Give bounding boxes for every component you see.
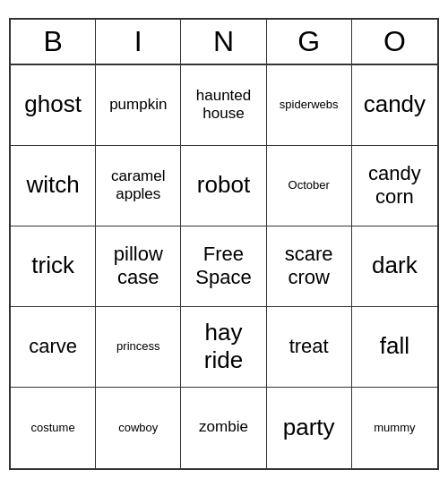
cell-text: zombie bbox=[199, 418, 248, 436]
cell-r2-c2: Free Space bbox=[181, 226, 266, 307]
cell-text: dark bbox=[372, 252, 418, 279]
cell-text: fall bbox=[380, 332, 409, 360]
cell-r4-c3: party bbox=[267, 388, 352, 468]
cell-text: pumpkin bbox=[109, 96, 167, 114]
cell-r3-c2: hay ride bbox=[181, 307, 266, 388]
cell-r1-c3: October bbox=[267, 146, 352, 226]
cell-text: trick bbox=[31, 252, 74, 279]
cell-text: haunted house bbox=[196, 87, 251, 124]
cell-r0-c4: candy bbox=[352, 65, 437, 146]
cell-r2-c4: dark bbox=[352, 226, 437, 307]
cell-r1-c1: caramel apples bbox=[96, 146, 181, 226]
cell-text: Free Space bbox=[195, 243, 251, 290]
cell-text: party bbox=[283, 414, 335, 441]
cell-text: pillow case bbox=[114, 243, 163, 290]
cell-r3-c1: princess bbox=[96, 307, 181, 388]
cell-text: caramel apples bbox=[111, 167, 165, 204]
cell-r2-c0: trick bbox=[11, 226, 96, 307]
cell-r2-c3: scare crow bbox=[267, 226, 352, 307]
cell-text: costume bbox=[31, 421, 75, 435]
cell-text: witch bbox=[26, 171, 79, 199]
cell-r3-c4: fall bbox=[352, 307, 437, 388]
cell-text: spiderwebs bbox=[280, 98, 339, 112]
cell-r2-c1: pillow case bbox=[96, 226, 181, 307]
cell-r3-c3: treat bbox=[267, 307, 352, 388]
cell-text: scare crow bbox=[285, 243, 333, 290]
cell-r1-c0: witch bbox=[11, 146, 96, 226]
cell-r0-c0: ghost bbox=[11, 65, 96, 146]
cell-r4-c2: zombie bbox=[181, 388, 266, 468]
cell-r0-c3: spiderwebs bbox=[267, 65, 352, 146]
bingo-header-letter: B bbox=[11, 20, 96, 64]
cell-r0-c2: haunted house bbox=[181, 65, 266, 146]
bingo-card: BINGO ghostpumpkinhaunted housespiderweb… bbox=[9, 18, 439, 470]
cell-r4-c4: mummy bbox=[352, 388, 437, 468]
cell-r1-c2: robot bbox=[181, 146, 266, 226]
cell-text: carve bbox=[29, 335, 77, 358]
bingo-header-letter: N bbox=[181, 20, 266, 64]
cell-text: cowboy bbox=[118, 421, 158, 435]
bingo-grid: ghostpumpkinhaunted housespiderwebscandy… bbox=[11, 65, 437, 468]
cell-text: mummy bbox=[374, 421, 415, 435]
cell-text: robot bbox=[197, 171, 250, 199]
cell-r4-c0: costume bbox=[11, 388, 96, 468]
cell-text: candy bbox=[364, 90, 426, 118]
cell-text: October bbox=[289, 178, 330, 192]
cell-r3-c0: carve bbox=[11, 307, 96, 388]
cell-text: princess bbox=[116, 339, 159, 354]
bingo-header-letter: O bbox=[352, 20, 437, 64]
bingo-header: BINGO bbox=[11, 20, 437, 65]
cell-r4-c1: cowboy bbox=[96, 388, 181, 468]
cell-text: ghost bbox=[24, 90, 82, 118]
cell-text: candy corn bbox=[368, 162, 421, 209]
cell-r0-c1: pumpkin bbox=[96, 65, 181, 146]
bingo-header-letter: G bbox=[267, 20, 352, 64]
bingo-header-letter: I bbox=[96, 20, 181, 64]
cell-text: treat bbox=[289, 335, 329, 358]
cell-text: hay ride bbox=[204, 319, 243, 374]
cell-r1-c4: candy corn bbox=[352, 146, 437, 226]
